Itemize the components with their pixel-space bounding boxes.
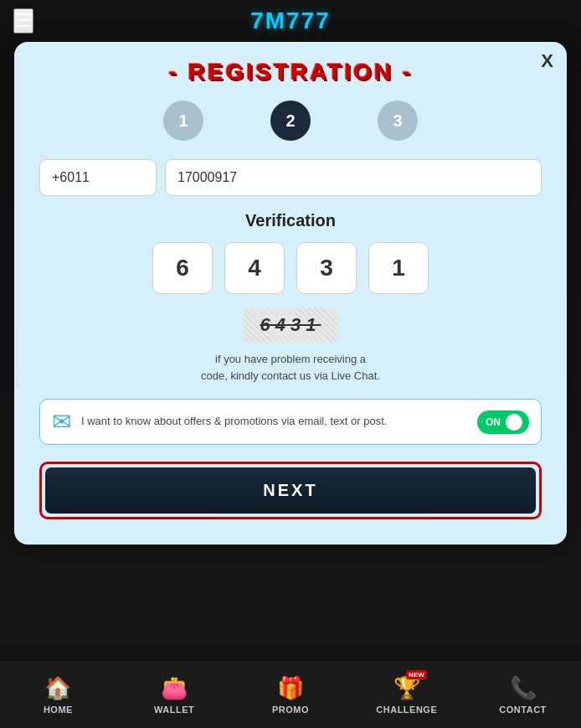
nav-home-label: HOME — [44, 705, 73, 715]
captcha-image: 6431 — [244, 307, 338, 343]
toggle-circle — [506, 414, 522, 431]
digit-2[interactable]: 4 — [224, 242, 285, 294]
digit-3[interactable]: 3 — [296, 242, 357, 294]
nav-wallet-label: WALLET — [154, 705, 194, 715]
verification-digits: 6 4 3 1 — [39, 242, 542, 294]
step-indicators: 1 2 3 — [39, 101, 542, 141]
challenge-badge: NEW — [406, 670, 427, 679]
digit-4[interactable]: 1 — [368, 242, 429, 294]
captcha-area: 6431 — [39, 307, 542, 343]
nav-challenge-label: CHALLENGE — [376, 705, 437, 715]
nav-contact-label: CONTACT — [499, 705, 546, 715]
next-button-wrapper: NEXT — [39, 462, 542, 519]
step-3: 3 — [378, 101, 418, 141]
next-button[interactable]: NEXT — [45, 467, 536, 514]
menu-button[interactable]: ☰ — [13, 8, 33, 34]
verification-label: Verification — [39, 211, 542, 230]
wallet-icon: 👛 — [161, 675, 188, 701]
nav-contact[interactable]: 📞 CONTACT — [465, 661, 581, 728]
close-button[interactable]: X — [541, 50, 553, 72]
bottom-nav: 🏠 HOME 👛 WALLET 🎁 PROMO 🏆NEW CHALLENGE 📞… — [0, 661, 581, 728]
step-2: 2 — [270, 101, 311, 141]
promo-icon: 🎁 — [277, 675, 304, 701]
toggle-on-button[interactable]: ON — [477, 410, 529, 434]
top-bar: ☰ 7M777 — [0, 0, 581, 42]
phone-prefix-input[interactable] — [39, 159, 157, 196]
promo-text: I want to know about offers & promotions… — [81, 414, 467, 429]
digit-1[interactable]: 6 — [152, 242, 213, 294]
contact-icon: 📞 — [510, 675, 537, 701]
nav-challenge[interactable]: 🏆NEW CHALLENGE — [348, 661, 465, 728]
mail-icon: ✉ — [52, 408, 71, 436]
step-1: 1 — [163, 101, 203, 141]
challenge-icon: 🏆NEW — [393, 675, 420, 701]
phone-row — [39, 159, 542, 196]
toggle-label: ON — [486, 416, 501, 428]
registration-modal: X - REGISTRATION - 1 2 3 Verification 6 … — [14, 42, 567, 545]
logo-text: 7M777 — [250, 8, 331, 34]
modal-title: - REGISTRATION - — [39, 59, 542, 85]
help-text: if you have problem receiving a code, ki… — [39, 351, 542, 384]
nav-promo[interactable]: 🎁 PROMO — [233, 661, 349, 728]
promo-row: ✉ I want to know about offers & promotio… — [39, 399, 542, 445]
nav-wallet[interactable]: 👛 WALLET — [116, 661, 233, 728]
home-icon: 🏠 — [44, 675, 71, 701]
nav-promo-label: PROMO — [272, 705, 309, 715]
logo: 7M777 — [250, 8, 331, 34]
nav-home[interactable]: 🏠 HOME — [0, 661, 116, 728]
phone-number-input[interactable] — [165, 159, 542, 196]
